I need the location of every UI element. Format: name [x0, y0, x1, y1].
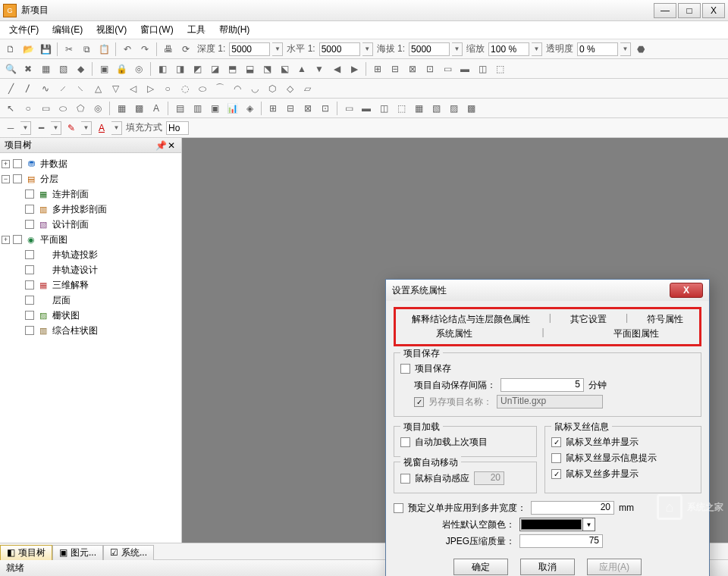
tb2-icon[interactable]: ⊞ — [370, 61, 385, 77]
tb3-icon[interactable]: △ — [90, 81, 105, 96]
tree-item[interactable]: ▧设计剖面 — [2, 217, 180, 232]
tree-item[interactable]: ▥综合柱状图 — [2, 323, 180, 338]
tree-item[interactable]: ▦三维解释 — [2, 277, 180, 293]
tb4-icon[interactable]: ▣ — [207, 101, 222, 116]
line-icon[interactable]: ╱ — [3, 81, 18, 96]
redo-icon[interactable]: ↷ — [137, 42, 152, 57]
fill-field[interactable]: Ho — [166, 121, 189, 135]
text-icon[interactable]: A — [149, 101, 164, 116]
tb2-icon[interactable]: ◀ — [329, 61, 344, 77]
menu-help[interactable]: 帮助(H) — [215, 22, 255, 38]
tab-symbol[interactable]: 符号属性 — [644, 312, 686, 327]
tb3-icon[interactable]: ◡ — [247, 81, 262, 96]
tree-item[interactable]: ▥多井投影剖面 — [2, 202, 180, 217]
tab-system[interactable]: 系统属性 — [433, 327, 475, 341]
curve-icon[interactable]: ∿ — [38, 81, 53, 96]
open-icon[interactable]: 📂 — [20, 42, 36, 57]
tb4-icon[interactable]: ⊡ — [318, 101, 333, 116]
tree-checkbox[interactable] — [13, 235, 22, 244]
dropdown-icon[interactable]: ▼ — [20, 121, 31, 135]
cancel-button[interactable]: 取消 — [520, 559, 575, 575]
chk-project-save[interactable] — [400, 364, 410, 374]
tree-checkbox[interactable] — [25, 296, 34, 305]
btab-project-tree[interactable]: ◧项目树 — [0, 545, 52, 560]
tb3-icon[interactable]: ◁ — [125, 81, 140, 96]
tb4-icon[interactable]: ⊞ — [265, 101, 281, 116]
tb3-icon[interactable]: ⟍ — [73, 81, 88, 96]
tb3-icon[interactable]: ⟋ — [55, 81, 71, 96]
btab-system[interactable]: ☑系统... — [103, 545, 154, 560]
chk-cross-single[interactable] — [551, 437, 561, 447]
zoom-dropdown-icon[interactable]: ▼ — [532, 42, 542, 56]
tb3-icon[interactable]: ⬭ — [195, 81, 210, 96]
elev-dropdown-icon[interactable]: ▼ — [452, 42, 463, 56]
tree-item[interactable]: 井轨迹投影 — [2, 247, 180, 262]
tb2-icon[interactable]: ▼ — [312, 61, 327, 77]
tb3-icon[interactable]: ⌒ — [212, 81, 228, 96]
close-panel-icon[interactable]: ✕ — [166, 140, 177, 151]
tree-item[interactable]: 井轨迹设计 — [2, 262, 180, 277]
tb2-icon[interactable]: ◎ — [131, 61, 146, 77]
ok-button[interactable]: 确定 — [453, 559, 508, 575]
tb2-icon[interactable]: ▦ — [38, 61, 53, 77]
horiz-field[interactable]: 5000 — [319, 42, 360, 56]
circle-icon[interactable]: ○ — [20, 101, 36, 116]
tree-checkbox[interactable] — [25, 265, 34, 274]
tb2-icon[interactable]: ◩ — [190, 61, 205, 77]
refresh-icon[interactable]: ⟳ — [178, 42, 193, 57]
tb3-icon[interactable]: ◠ — [230, 81, 245, 96]
tb3-icon[interactable]: ◌ — [177, 81, 193, 96]
tree-checkbox[interactable] — [25, 220, 34, 229]
menu-file[interactable]: 文件(F) — [5, 22, 43, 38]
chk-cross-info[interactable] — [551, 453, 561, 463]
tree-item[interactable]: ▨栅状图 — [2, 308, 180, 323]
menu-edit[interactable]: 编辑(E) — [48, 22, 87, 38]
btab-element[interactable]: ▣图元... — [52, 545, 103, 560]
maximize-button[interactable]: □ — [678, 3, 701, 18]
tb2-icon[interactable]: ◧ — [155, 61, 170, 77]
tb3-icon[interactable]: ○ — [160, 81, 175, 96]
pointer-icon[interactable]: ↖ — [3, 101, 18, 116]
tb4-icon[interactable]: ◫ — [376, 101, 391, 116]
tb4-icon[interactable]: ▦ — [114, 101, 129, 116]
zoom-icon[interactable]: 🔍 — [3, 61, 18, 77]
polyline-icon[interactable]: 〳 — [20, 81, 36, 96]
tb2-icon[interactable]: ⬕ — [277, 61, 292, 77]
tree-item[interactable]: +⛃井数据 — [2, 156, 180, 171]
tree-toggle-icon[interactable]: − — [2, 175, 10, 183]
chevron-down-icon[interactable]: ▼ — [582, 518, 595, 531]
line-style-icon[interactable]: ─ — [3, 121, 18, 136]
dropdown-icon[interactable]: ▼ — [81, 121, 92, 135]
tree-checkbox[interactable] — [13, 159, 22, 168]
tb2-icon[interactable]: ⊟ — [388, 61, 403, 77]
tb2-icon[interactable]: ⊠ — [405, 61, 420, 77]
paste-icon[interactable]: 📋 — [96, 42, 111, 57]
chart-icon[interactable]: 📊 — [224, 101, 240, 116]
cut-icon[interactable]: ✂ — [61, 42, 77, 57]
tb2-icon[interactable]: ⬚ — [492, 61, 507, 77]
chk-cross-multi[interactable] — [551, 469, 561, 479]
jpeg-field[interactable]: 75 — [519, 534, 603, 548]
tb2-icon[interactable]: ▧ — [55, 61, 71, 77]
tb2-icon[interactable]: ⬓ — [242, 61, 257, 77]
tb2-icon[interactable]: ▲ — [294, 61, 309, 77]
tb4-icon[interactable]: ▭ — [341, 101, 356, 116]
tree-item[interactable]: +◉平面图 — [2, 232, 180, 247]
tb4-icon[interactable]: ▧ — [428, 101, 444, 116]
menu-window[interactable]: 窗口(W) — [136, 22, 177, 38]
rock-color-picker[interactable]: ▼ — [519, 518, 595, 531]
tb2-icon[interactable]: ▶ — [347, 61, 362, 77]
pin-icon[interactable]: 📌 — [155, 140, 166, 151]
depth-dropdown-icon[interactable]: ▼ — [272, 42, 283, 56]
dropdown-icon[interactable]: ▼ — [111, 121, 122, 135]
chk-predef-width[interactable] — [394, 503, 403, 513]
tree-checkbox[interactable] — [25, 250, 34, 259]
rect-icon[interactable]: ▭ — [38, 101, 53, 116]
tree-toggle-icon[interactable]: + — [2, 236, 10, 244]
palette-icon[interactable]: ⬣ — [633, 42, 648, 57]
tb2-icon[interactable]: ▬ — [457, 61, 472, 77]
tb2-icon[interactable]: ▭ — [440, 61, 455, 77]
tb4-icon[interactable]: ▩ — [463, 101, 479, 116]
tb3-icon[interactable]: ▽ — [108, 81, 123, 96]
depth-field[interactable]: 5000 — [229, 42, 270, 56]
